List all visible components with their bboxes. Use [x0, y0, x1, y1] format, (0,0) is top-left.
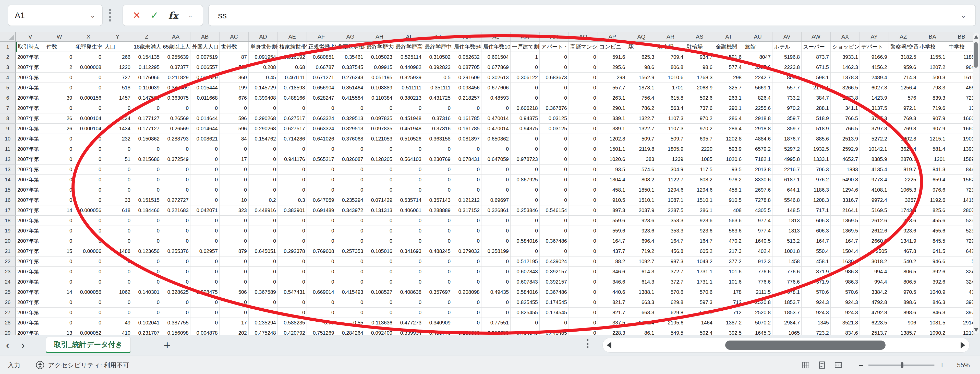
cell-AX24[interactable]: 986.3 [830, 277, 860, 287]
cell-AY10[interactable]: 5272.2 [860, 134, 889, 144]
cell-AY17[interactable]: 5169.5 [860, 205, 889, 216]
cell-AR24[interactable]: 372.7 [656, 277, 685, 287]
cell-AX19[interactable]: 1369.5 [830, 226, 860, 236]
cell-W13[interactable]: 0 [45, 165, 74, 175]
cell-X25[interactable]: 0.000056 [74, 287, 103, 297]
cell-AR29[interactable]: 549.5 [656, 328, 685, 335]
cell-AV2[interactable]: 5196.8 [772, 52, 802, 62]
cell-AE12[interactable]: 0.941176 [278, 154, 307, 165]
cell-V9[interactable]: 2007年第 [16, 124, 45, 134]
cell-AO4[interactable]: 0 [569, 72, 598, 83]
vertical-scrollbar[interactable] [973, 33, 980, 334]
cell-Z9[interactable]: 0.177127 [132, 124, 161, 134]
cell-Z6[interactable]: 0.147563 [132, 93, 161, 103]
cell-AZ9[interactable]: 769.3 [889, 124, 918, 134]
cell-AY16[interactable]: 9972.4 [860, 195, 889, 205]
cell-BA21[interactable]: 641.5 [918, 246, 947, 256]
cell-AP24[interactable]: 346.6 [598, 277, 627, 287]
cell-AL15[interactable]: 0 [482, 185, 511, 195]
cell-AG1[interactable]: 非正規労働者割合 [336, 42, 365, 52]
cell-AS21[interactable]: 605.2 [685, 246, 714, 256]
cell-AU15[interactable]: 2697.6 [743, 185, 772, 195]
cell-AL18[interactable]: 0 [482, 216, 511, 226]
cell-AF3[interactable]: 0.66787 [307, 62, 336, 72]
cell-Y28[interactable]: 49 [103, 318, 132, 328]
cell-Z29[interactable]: 0.231707 [132, 328, 161, 335]
cell-AS8[interactable]: 970.2 [685, 113, 714, 124]
cell-AR4[interactable]: 1010.6 [656, 72, 685, 83]
cell-Y11[interactable]: 0 [103, 144, 132, 154]
column-header-AB[interactable]: AB [191, 32, 220, 42]
cell-AA24[interactable]: 0 [161, 277, 191, 287]
cell-AH3[interactable]: 0.09915 [365, 62, 394, 72]
cell-AV13[interactable]: 2216.7 [772, 165, 802, 175]
cell-AK28[interactable]: 0 [452, 318, 482, 328]
cell-AM4[interactable]: 0.306122 [511, 72, 540, 83]
cell-AY20[interactable]: 2660.9 [860, 236, 889, 246]
cell-V2[interactable]: 2007年第 [16, 52, 45, 62]
cell-AY12[interactable]: 8385.9 [860, 154, 889, 165]
cell-AP2[interactable]: 591.6 [598, 52, 627, 62]
cell-AJ3[interactable]: 0.392823 [423, 62, 452, 72]
cell-X24[interactable]: 0 [74, 277, 103, 287]
cell-AS20[interactable]: 164.7 [685, 236, 714, 246]
cell-AM1[interactable]: 一戸建て割合 [511, 42, 540, 52]
cell-AC2[interactable]: 87 [220, 52, 249, 62]
cell-AU27[interactable]: 2520.8 [743, 308, 772, 318]
cell-AA6[interactable]: 0.363075 [161, 93, 191, 103]
cell-AT13[interactable]: 93.5 [714, 165, 743, 175]
cell-AA29[interactable]: 0.156098 [161, 328, 191, 335]
fx-chevron-down-icon[interactable]: ⌄ [188, 12, 193, 19]
cell-AF28[interactable]: 0.75 [307, 318, 336, 328]
cell-AW11[interactable]: 1932.5 [802, 144, 830, 154]
cell-AA4[interactable]: 0.211829 [161, 72, 191, 83]
cell-AY28[interactable]: 6228.5 [860, 318, 889, 328]
cell-AP17[interactable]: 897.3 [598, 205, 627, 216]
cell-AV24[interactable]: 776.6 [772, 277, 802, 287]
cell-AT12[interactable]: 1020.6 [714, 154, 743, 165]
cell-BA9[interactable]: 907.9 [918, 124, 947, 134]
cell-V24[interactable]: 2007年第 [16, 277, 45, 287]
cell-AQ7[interactable]: 786.2 [627, 103, 656, 113]
cell-AS5[interactable]: 2068.9 [685, 83, 714, 93]
accessibility-status[interactable]: アクセシビリティ: 利用不可 [36, 361, 129, 369]
cell-AO14[interactable]: 0 [569, 175, 598, 185]
cell-AB13[interactable]: 0 [191, 165, 220, 175]
cell-AY19[interactable]: 2612.6 [860, 226, 889, 236]
cell-AY18[interactable]: 2612.6 [860, 216, 889, 226]
cell-Z13[interactable]: 0 [132, 165, 161, 175]
cell-AD9[interactable]: 0.290268 [249, 124, 278, 134]
cell-AK1[interactable]: 居住年数5年未満 [452, 42, 482, 52]
cell-AV4[interactable]: 809.3 [772, 72, 802, 83]
cell-AK24[interactable]: 0 [452, 277, 482, 287]
cell-AV5[interactable]: 557.7 [772, 83, 802, 93]
cell-Z21[interactable]: 0.123656 [132, 246, 161, 256]
cell-AX9[interactable]: 766.5 [830, 124, 860, 134]
cell-AI22[interactable]: 0 [394, 256, 423, 267]
cell-AH1[interactable]: 最終学歴大学割合 [365, 42, 394, 52]
cell-Y17[interactable]: 618 [103, 205, 132, 216]
cell-AI4[interactable]: 0.325939 [394, 72, 423, 83]
cell-AA7[interactable]: 0 [161, 103, 191, 113]
cell-W22[interactable]: 0 [45, 256, 74, 267]
cell-AE7[interactable]: 0 [278, 103, 307, 113]
cell-AW2[interactable]: 873.7 [802, 52, 830, 62]
column-header-AD[interactable]: AD [249, 32, 278, 42]
cell-AA11[interactable]: 0 [161, 144, 191, 154]
cell-AU23[interactable]: 776.6 [743, 267, 772, 277]
cell-W11[interactable]: 0 [45, 144, 74, 154]
cell-AR26[interactable]: 629.8 [656, 297, 685, 308]
cell-AO11[interactable]: 0 [569, 144, 598, 154]
cell-BB11[interactable]: 1393 [947, 144, 973, 154]
row-number[interactable]: 14 [0, 175, 16, 185]
cell-AV25[interactable]: 678.1 [772, 287, 802, 297]
cell-AJ19[interactable]: 0 [423, 226, 452, 236]
cell-W20[interactable]: 0 [45, 236, 74, 246]
cell-AY8[interactable]: 3797.3 [860, 113, 889, 124]
cell-AW10[interactable]: 885.6 [802, 134, 830, 144]
cell-AQ27[interactable]: 663.3 [627, 308, 656, 318]
cell-AP4[interactable]: 298 [598, 72, 627, 83]
cell-AL13[interactable]: 0 [482, 165, 511, 175]
cell-AO23[interactable]: 0 [569, 267, 598, 277]
row-number[interactable]: 18 [0, 216, 16, 226]
